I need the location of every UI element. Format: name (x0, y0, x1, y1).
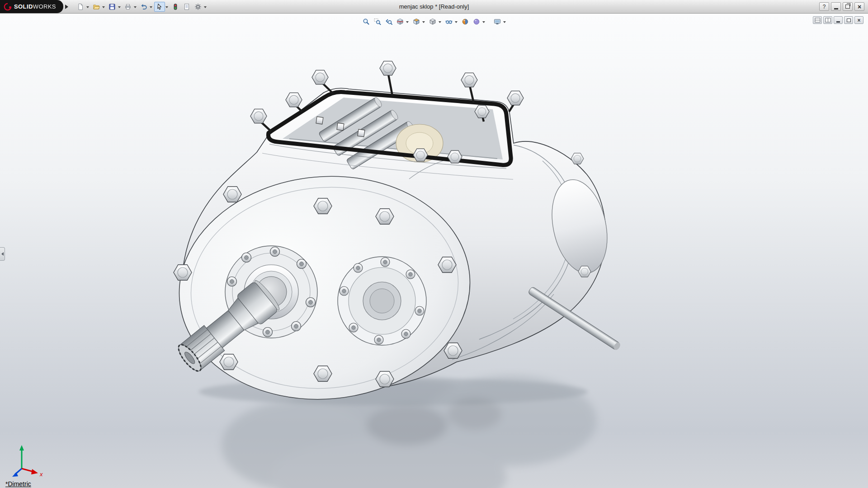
zoom-to-fit-icon (363, 18, 370, 25)
section-view-button[interactable] (395, 17, 405, 27)
apply-scene-sphere-icon (473, 18, 480, 25)
view-settings-button[interactable] (492, 17, 502, 27)
dropdown-caret[interactable] (118, 6, 121, 9)
print-button[interactable] (123, 2, 133, 12)
pane-split-horizontal-icon (815, 18, 821, 23)
undo-arrow-icon (140, 3, 147, 10)
section-view-icon (396, 18, 404, 25)
rebuild-button[interactable] (170, 2, 181, 12)
new-document-icon (77, 3, 84, 10)
dropdown-caret[interactable] (422, 21, 425, 24)
edit-appearance-button[interactable] (460, 17, 470, 27)
window-controls: ? × (819, 0, 864, 13)
apply-scene-button[interactable] (471, 17, 481, 27)
doc-minimize-button[interactable] (834, 16, 843, 24)
file-properties-button[interactable] (181, 2, 192, 12)
close-icon: × (858, 4, 861, 10)
options-gear-icon (194, 3, 202, 10)
solidworks-logo-text: SOLIDWORKS (14, 3, 56, 10)
pane-icon-1-button[interactable] (813, 16, 822, 24)
edit-appearance-ball-icon (462, 18, 469, 25)
dropdown-caret[interactable] (503, 21, 506, 24)
new-button[interactable] (75, 2, 86, 12)
dropdown-caret[interactable] (134, 6, 137, 9)
solidworks-logo: SOLIDWORKS (0, 0, 63, 13)
logo-text-bold: SOLID (14, 3, 33, 10)
dropdown-caret[interactable] (406, 21, 409, 24)
pane-split-vertical-icon (825, 18, 831, 23)
dropdown-caret[interactable] (204, 6, 207, 9)
zoom-to-fit-button[interactable] (361, 17, 371, 27)
triad-x-label: x (39, 471, 43, 478)
view-orientation-label: *Dimetric (5, 480, 31, 488)
gearbox-model-canvas[interactable]: x (0, 14, 868, 488)
dropdown-caret[interactable] (150, 6, 152, 9)
minimize-icon (834, 8, 838, 9)
rebuild-traffic-light-icon (172, 3, 179, 10)
open-folder-icon (93, 3, 100, 10)
display-style-button[interactable] (427, 17, 438, 27)
titlebar: SOLIDWORKS (0, 0, 868, 14)
graphics-area[interactable]: x (0, 14, 868, 488)
titlebar-toolbar (75, 2, 208, 12)
hide-show-items-button[interactable] (443, 17, 454, 27)
dropdown-caret[interactable] (439, 21, 441, 24)
undo-button[interactable] (138, 2, 149, 12)
logo-text-light: WORKS (33, 3, 56, 10)
solidworks-window: { "app": { "logo_mark": "DS", "logo_text… (0, 0, 868, 488)
view-orientation-button[interactable] (411, 17, 421, 27)
shifter-post (358, 129, 365, 137)
hide-show-glasses-icon (445, 18, 453, 25)
dropdown-caret[interactable] (86, 6, 89, 9)
print-icon (124, 3, 132, 10)
shifter-post (337, 123, 344, 131)
save-button[interactable] (107, 2, 118, 12)
document-window-controls: × (813, 16, 863, 24)
dropdown-caret[interactable] (482, 21, 485, 24)
pane-icon-2-button[interactable] (823, 16, 832, 24)
doc-close-icon: × (857, 18, 860, 23)
doc-restore-button[interactable] (844, 16, 853, 24)
file-properties-icon (183, 3, 190, 10)
headsup-view-toolbar (361, 17, 507, 27)
close-button[interactable]: × (854, 2, 864, 11)
zoom-to-area-icon (374, 18, 381, 25)
gearbox-model[interactable] (170, 61, 622, 488)
output-bearing-hub[interactable] (338, 257, 426, 345)
shifter-post (316, 117, 323, 124)
select-cursor-icon (156, 3, 163, 10)
options-button[interactable] (193, 2, 203, 12)
menu-expand-arrow-icon[interactable] (65, 5, 71, 9)
doc-close-button[interactable]: × (854, 16, 863, 24)
doc-restore-icon (847, 19, 851, 22)
restore-icon (845, 5, 850, 9)
previous-view-button[interactable] (383, 17, 394, 27)
orientation-triad[interactable]: x (12, 445, 43, 478)
dropdown-caret[interactable] (102, 6, 105, 9)
triad-x-arrow (31, 469, 38, 474)
triad-y-arrow (19, 445, 24, 450)
dropdown-caret[interactable] (165, 6, 168, 9)
view-orientation-cube-icon (413, 18, 420, 25)
dropdown-caret[interactable] (455, 21, 458, 24)
select-button[interactable] (154, 2, 165, 12)
previous-view-icon (385, 18, 392, 25)
help-button[interactable]: ? (819, 2, 829, 11)
zoom-to-area-button[interactable] (372, 17, 382, 27)
minimize-button[interactable] (831, 2, 841, 11)
expand-panel-arrow-icon (0, 252, 4, 256)
doc-minimize-icon (836, 21, 840, 23)
ds-logo-icon (4, 3, 12, 11)
display-style-cube-icon (429, 18, 436, 25)
restore-button[interactable] (843, 2, 853, 11)
featuremanager-collapsed-tab[interactable] (0, 247, 5, 261)
save-floppy-icon (108, 3, 116, 10)
view-settings-icon (494, 18, 501, 25)
open-button[interactable] (91, 2, 102, 12)
